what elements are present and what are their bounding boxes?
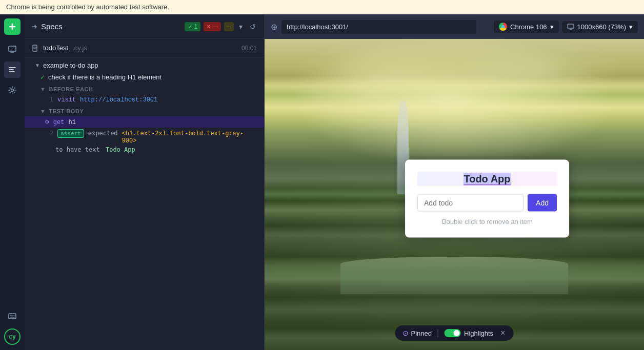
pinned-label-text: Pinned: [411, 330, 432, 337]
pin-dot-icon: ⊙: [402, 329, 409, 337]
suite-toggle-icon: ▼: [35, 63, 40, 68]
svg-rect-4: [33, 45, 37, 51]
sidebar-item-preview[interactable]: [4, 41, 21, 57]
todo-app-title: Todo App: [417, 172, 557, 186]
keyboard-shortcut-icon[interactable]: [4, 308, 21, 324]
todo-app-overlay: Todo App Add Double click to remove an i…: [405, 159, 569, 237]
specs-refresh-button[interactable]: ↺: [248, 20, 258, 33]
svg-rect-3: [9, 314, 16, 319]
pass-badge: ✓ 1: [185, 22, 201, 31]
highlights-bar: ⊙ Pinned Highlights ×: [395, 325, 514, 341]
before-each-label: ▼ BEFORE EACH: [25, 83, 264, 94]
visit-url: http://localhost:3001: [80, 96, 157, 104]
browser-info: Chrome 106 ▾ 1000x660 (73%) ▾: [494, 20, 638, 33]
svg-rect-5: [568, 24, 574, 28]
assert-value: Todo App: [106, 146, 135, 153]
test-body-text: TEST BODY: [49, 108, 84, 114]
specs-title-area: Specs: [31, 22, 180, 31]
todo-input-row: Add: [417, 194, 557, 211]
main-layout: cy Specs ✓ 1 × —: [0, 14, 644, 350]
test-pass-icon: ✓: [40, 74, 45, 81]
h1-value: h1: [68, 119, 75, 126]
highlights-label-text: Highlights: [464, 330, 493, 337]
sidebar-bottom: cy: [4, 308, 21, 350]
specs-title-text: Specs: [41, 22, 63, 31]
test-file-name: todoTest: [43, 44, 68, 52]
resolution-selector[interactable]: 1000x660 (73%) ▾: [562, 21, 638, 33]
sidebar-top: [4, 18, 21, 304]
test-file-ext: .cy.js: [72, 44, 87, 52]
specs-header: Specs ✓ 1 × — – ▾ ↺: [25, 14, 264, 39]
chrome-browser-selector[interactable]: Chrome 106 ▾: [494, 20, 559, 33]
svg-point-2: [11, 89, 14, 92]
chrome-icon: [499, 23, 507, 31]
before-each-code-line: 1 visit http://localhost:3001: [25, 94, 264, 105]
cy-user-logo[interactable]: cy: [4, 328, 21, 345]
pending-count: –: [227, 23, 231, 30]
preview-panel: ⊕ Chrome 106 ▾ 1000x660 (73%) ▾: [265, 14, 644, 350]
get-h1-line[interactable]: ⊙ get h1: [25, 116, 264, 128]
highlights-toggle-switch[interactable]: [445, 329, 461, 337]
chrome-dropdown-icon: ▾: [550, 23, 554, 31]
todo-input[interactable]: [417, 194, 524, 211]
assert-line-cont: to have text Todo App: [25, 146, 264, 156]
sidebar-item-specs[interactable]: [4, 61, 21, 78]
assert-badge: assert: [57, 129, 84, 138]
bar-divider: [438, 329, 438, 337]
pin-icon: ⊙: [45, 118, 49, 126]
suite-name: example to-do app: [43, 61, 98, 69]
specs-arrow-icon: [31, 23, 38, 30]
assert-element: <h1.text-2xl.font-bold.text-gray-900>: [122, 130, 257, 145]
assert-expected: expected: [88, 130, 118, 137]
test-body-label: ▼ TEST BODY: [25, 105, 264, 116]
url-bar[interactable]: [281, 20, 476, 34]
resolution-text: 1000x660 (73%): [577, 23, 626, 31]
pending-badge: –: [224, 22, 234, 31]
test-item[interactable]: ✓ check if there is a heading H1 element: [25, 71, 264, 83]
visit-keyword: visit: [57, 96, 76, 104]
get-keyword: get: [53, 119, 65, 126]
todo-title-text: Todo App: [464, 173, 510, 185]
highlights-section: Highlights: [445, 329, 493, 337]
assert-to-have: to have text: [55, 146, 100, 153]
highlights-close-button[interactable]: ×: [499, 328, 506, 338]
todo-add-button[interactable]: Add: [528, 194, 557, 211]
test-file-time: 00:01: [242, 45, 257, 52]
compass-icon[interactable]: ⊕: [271, 22, 277, 32]
fail-x: ×: [207, 23, 210, 30]
file-icon: [32, 45, 39, 52]
suite-header[interactable]: ▼ example to-do app: [25, 57, 264, 71]
before-each-text: BEFORE EACH: [49, 86, 93, 92]
pinned-section: ⊙ Pinned: [402, 329, 432, 337]
pass-check: ✓: [188, 23, 193, 30]
notification-bar: Chrome is being controlled by automated …: [0, 0, 644, 14]
resolution-icon: [567, 23, 574, 30]
water-reflection: [340, 257, 568, 294]
browser-toolbar: ⊕ Chrome 106 ▾ 1000x660 (73%) ▾: [265, 14, 644, 39]
preview-area: Todo App Add Double click to remove an i…: [265, 39, 644, 350]
resolution-dropdown-icon: ▾: [629, 23, 633, 31]
test-body-toggle: ▼: [40, 108, 46, 114]
notification-text: Chrome is being controlled by automated …: [6, 3, 169, 11]
assert-line: 2 assert expected <h1.text-2xl.font-bold…: [25, 128, 264, 146]
chrome-name: Chrome 106: [510, 23, 547, 31]
specs-controls: ✓ 1 × — – ▾ ↺: [185, 20, 258, 33]
fail-badge: × —: [204, 22, 221, 31]
fail-count: —: [212, 23, 218, 30]
todo-hint: Double click to remove an item: [417, 217, 557, 225]
before-each-toggle: ▼: [40, 86, 46, 92]
test-name: check if there is a heading H1 element: [48, 73, 162, 81]
icon-sidebar: cy: [0, 14, 25, 350]
cypress-logo[interactable]: [4, 18, 21, 35]
specs-panel: Specs ✓ 1 × — – ▾ ↺: [25, 14, 265, 350]
sidebar-item-settings[interactable]: [4, 82, 21, 98]
test-content: todoTest .cy.js 00:01 ▼ example to-do ap…: [25, 39, 264, 350]
svg-rect-1: [9, 46, 16, 51]
specs-dropdown-button[interactable]: ▾: [237, 20, 245, 33]
line-num-1: 1: [45, 96, 53, 103]
pass-count: 1: [194, 23, 198, 30]
test-file-header: todoTest .cy.js 00:01: [25, 39, 264, 57]
line-num-2: 2: [45, 130, 53, 137]
cy-logo-text: cy: [9, 333, 15, 340]
